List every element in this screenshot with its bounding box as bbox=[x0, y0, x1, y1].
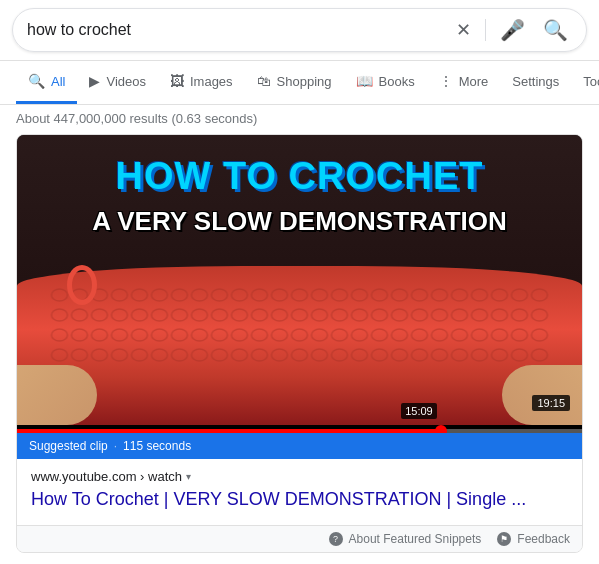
video-title-overlay: HOW TO CROCHET A VERY SLOW DEMONSTRATION bbox=[17, 155, 582, 237]
about-label: About Featured Snippets bbox=[349, 532, 482, 546]
search-submit-icon: 🔍 bbox=[543, 19, 568, 41]
duration-badge: 19:15 bbox=[532, 395, 570, 411]
divider bbox=[485, 19, 486, 41]
tab-more[interactable]: ⋮ More bbox=[427, 61, 501, 104]
search-input[interactable] bbox=[27, 21, 448, 39]
tab-images-label: Images bbox=[190, 74, 233, 89]
voice-search-icon[interactable]: 🎤 bbox=[500, 18, 525, 42]
result-title[interactable]: How To Crochet | VERY SLOW DEMONSTRATION… bbox=[31, 488, 568, 521]
search-button[interactable]: 🔍 bbox=[539, 18, 572, 42]
more-tab-icon: ⋮ bbox=[439, 73, 453, 89]
tools-label: Tools bbox=[583, 74, 599, 89]
clear-icon[interactable]: ✕ bbox=[456, 19, 471, 41]
clip-duration: 115 seconds bbox=[123, 439, 191, 453]
clip-label: Suggested clip bbox=[29, 439, 108, 453]
images-tab-icon: 🖼 bbox=[170, 73, 184, 89]
video-title-sub: A VERY SLOW DEMONSTRATION bbox=[92, 206, 507, 237]
video-controls: 15:09 bbox=[17, 425, 582, 433]
books-tab-icon: 📖 bbox=[356, 73, 373, 89]
snippet-footer: ? About Featured Snippets ⚑ Feedback bbox=[17, 525, 582, 552]
progress-thumb bbox=[435, 425, 447, 433]
dropdown-arrow-icon[interactable]: ▾ bbox=[186, 471, 191, 482]
shopping-tab-icon: 🛍 bbox=[257, 73, 271, 89]
search-input-wrapper: ✕ 🎤 🔍 bbox=[12, 8, 587, 52]
tools-tab[interactable]: Tools bbox=[571, 74, 599, 92]
tab-videos-label: Videos bbox=[106, 74, 146, 89]
suggested-clip-bar: Suggested clip · 115 seconds bbox=[17, 433, 582, 459]
search-bar: ✕ 🎤 🔍 bbox=[0, 0, 599, 61]
all-tab-icon: 🔍 bbox=[28, 73, 45, 89]
feedback-label: Feedback bbox=[517, 532, 570, 546]
tab-all[interactable]: 🔍 All bbox=[16, 61, 77, 104]
feedback-icon: ⚑ bbox=[497, 532, 511, 546]
settings-label: Settings bbox=[512, 74, 559, 89]
left-hand bbox=[17, 365, 97, 425]
svg-rect-1 bbox=[50, 285, 550, 365]
info-icon: ? bbox=[329, 532, 343, 546]
duration-text: 19:15 bbox=[537, 397, 565, 409]
videos-tab-icon: ▶ bbox=[89, 73, 100, 89]
tab-shopping[interactable]: 🛍 Shopping bbox=[245, 61, 344, 104]
nav-tabs: 🔍 All ▶ Videos 🖼 Images 🛍 Shopping 📖 Boo… bbox=[0, 61, 599, 105]
video-thumbnail[interactable]: HOW TO CROCHET A VERY SLOW DEMONSTRATION… bbox=[17, 135, 582, 433]
tab-videos[interactable]: ▶ Videos bbox=[77, 61, 158, 104]
source-url-text: www.youtube.com › watch bbox=[31, 469, 182, 484]
tab-images[interactable]: 🖼 Images bbox=[158, 61, 245, 104]
feedback-button[interactable]: ⚑ Feedback bbox=[497, 532, 570, 546]
tab-books[interactable]: 📖 Books bbox=[344, 61, 427, 104]
crochet-loop bbox=[67, 265, 97, 305]
video-title-main: HOW TO CROCHET bbox=[116, 155, 484, 198]
tab-books-label: Books bbox=[379, 74, 415, 89]
results-count-text: About 447,000,000 results (0.63 seconds) bbox=[16, 111, 257, 126]
nav-right: Settings Tools bbox=[500, 74, 599, 92]
tab-more-label: More bbox=[459, 74, 489, 89]
source-info: www.youtube.com › watch ▾ How To Crochet… bbox=[17, 459, 582, 525]
progress-fill bbox=[17, 429, 441, 433]
settings-tab[interactable]: Settings bbox=[500, 74, 571, 92]
tab-all-label: All bbox=[51, 74, 65, 89]
stitch-lines bbox=[47, 285, 552, 365]
current-time-indicator: 15:09 bbox=[401, 403, 437, 419]
video-inner: HOW TO CROCHET A VERY SLOW DEMONSTRATION… bbox=[17, 135, 582, 425]
source-url-row: www.youtube.com › watch ▾ bbox=[31, 469, 568, 484]
about-featured-snippets[interactable]: ? About Featured Snippets bbox=[329, 532, 482, 546]
search-icons: ✕ 🎤 🔍 bbox=[456, 18, 572, 42]
featured-snippet-card: HOW TO CROCHET A VERY SLOW DEMONSTRATION… bbox=[16, 134, 583, 553]
tab-shopping-label: Shopping bbox=[277, 74, 332, 89]
results-count: About 447,000,000 results (0.63 seconds) bbox=[0, 105, 599, 134]
progress-bar[interactable]: 15:09 bbox=[17, 429, 582, 433]
clip-separator: · bbox=[114, 439, 117, 453]
